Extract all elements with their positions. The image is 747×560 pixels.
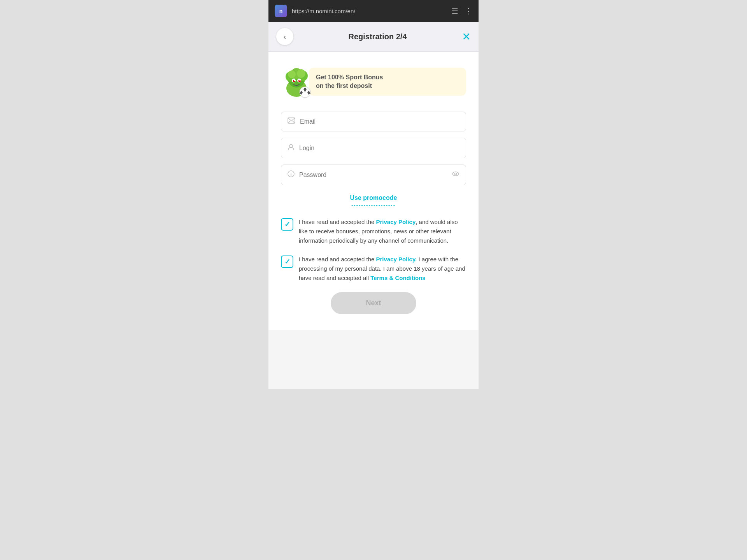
nav-bar: ‹ Registration 2/4 ✕ [268, 22, 479, 52]
email-icon [288, 117, 295, 126]
menu-icon[interactable]: ☰ [451, 6, 458, 16]
info-icon: i [288, 170, 295, 179]
page-title: Registration 2/4 [348, 32, 407, 41]
promo-label[interactable]: Use promocode [281, 194, 466, 201]
checkbox-2[interactable]: ✓ [281, 256, 293, 268]
visibility-icon[interactable] [452, 171, 459, 179]
svg-point-22 [455, 173, 457, 175]
checkbox-1[interactable]: ✓ [281, 218, 293, 231]
close-button[interactable]: ✕ [462, 30, 471, 43]
svg-point-5 [288, 70, 296, 78]
svg-point-12 [300, 80, 301, 81]
password-input[interactable] [299, 172, 452, 178]
svg-point-11 [294, 80, 295, 81]
promo-dashes: ------------------ [281, 202, 466, 208]
back-button[interactable]: ‹ [276, 28, 293, 45]
checkbox-row-1: ✓ I have read and accepted the Privacy P… [281, 217, 466, 245]
login-input[interactable] [299, 145, 459, 152]
email-input[interactable] [300, 118, 459, 125]
login-field-container [281, 138, 466, 158]
svg-text:i: i [290, 172, 291, 177]
mascot-icon [281, 64, 312, 99]
svg-point-21 [452, 172, 459, 176]
email-field-container [281, 112, 466, 131]
more-icon[interactable]: ⋮ [465, 6, 472, 16]
browser-actions: ☰ ⋮ [451, 6, 472, 16]
checkbox-2-text: I have read and accepted the Privacy Pol… [299, 255, 466, 283]
svg-point-6 [297, 69, 305, 78]
browser-logo-icon: n [275, 5, 287, 17]
checkmark-2-icon: ✓ [284, 257, 290, 266]
promo-section: Use promocode ------------------ [281, 194, 466, 208]
phone-container: n https://m.nomini.com/en/ ☰ ⋮ ‹ Registr… [268, 0, 479, 389]
svg-point-18 [289, 144, 293, 147]
privacy-policy-link-2[interactable]: Privacy Policy. [376, 256, 417, 262]
next-button[interactable]: Next [331, 292, 416, 314]
checkmark-1-icon: ✓ [284, 220, 290, 229]
bonus-text-box: Get 100% Sport Bonus on the first deposi… [309, 68, 466, 96]
browser-bar: n https://m.nomini.com/en/ ☰ ⋮ [268, 0, 479, 22]
user-icon [288, 144, 295, 152]
browser-url: https://m.nomini.com/en/ [292, 8, 447, 14]
main-content: Get 100% Sport Bonus on the first deposi… [268, 52, 479, 330]
bonus-text: Get 100% Sport Bonus on the first deposi… [316, 73, 459, 91]
checkbox-row-2: ✓ I have read and accepted the Privacy P… [281, 255, 466, 283]
back-icon: ‹ [284, 32, 286, 41]
privacy-policy-link-1[interactable]: Privacy Policy [376, 219, 416, 225]
checkbox-1-text: I have read and accepted the Privacy Pol… [299, 217, 466, 245]
password-field-container: i [281, 164, 466, 185]
terms-conditions-link[interactable]: Terms & Conditions [370, 275, 425, 281]
bonus-banner: Get 100% Sport Bonus on the first deposi… [281, 64, 466, 99]
